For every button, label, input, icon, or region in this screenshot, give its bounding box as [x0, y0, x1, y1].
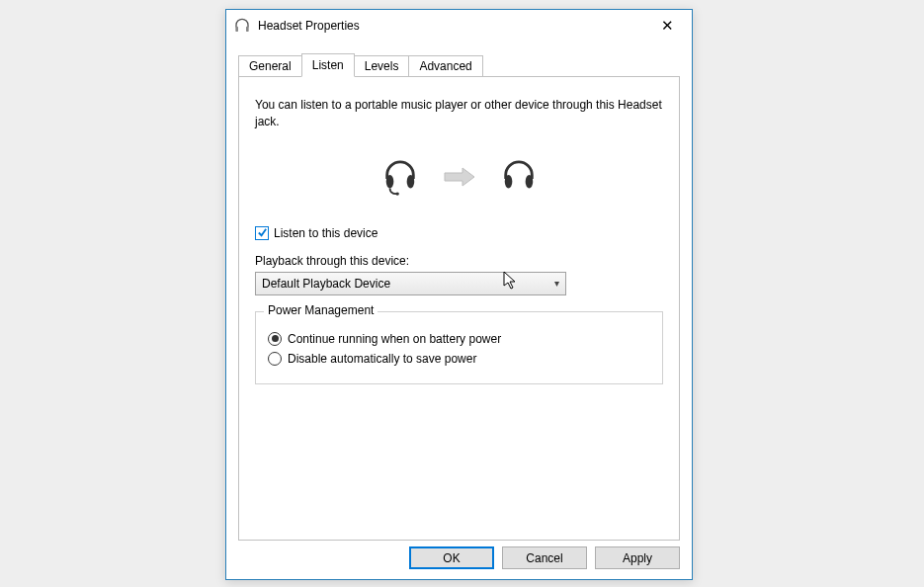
svg-point-6: [525, 175, 533, 188]
tabstrip: General Listen Levels Advanced: [226, 42, 692, 77]
listen-checkbox-row: Listen to this device: [255, 226, 663, 240]
tab-listen[interactable]: Listen: [301, 53, 355, 77]
device-illustration: [255, 158, 663, 199]
arrow-right-icon: [443, 167, 476, 190]
radio-disable-auto[interactable]: [268, 352, 282, 366]
chevron-down-icon: ▾: [554, 278, 559, 289]
tab-panel-listen: You can listen to a portable music playe…: [238, 76, 680, 541]
close-button[interactable]: ✕: [651, 15, 684, 37]
headphones-icon: [500, 158, 538, 199]
dialog-title: Headset Properties: [258, 19, 651, 33]
svg-point-3: [406, 175, 414, 188]
tab-advanced[interactable]: Advanced: [408, 55, 482, 77]
radio-continue-running[interactable]: [268, 332, 282, 346]
headset-icon: [234, 18, 250, 34]
ok-button[interactable]: OK: [409, 546, 494, 569]
dialog-button-bar: OK Cancel Apply: [409, 546, 680, 569]
svg-point-5: [504, 175, 512, 188]
headset-properties-dialog: Headset Properties ✕ General Listen Leve…: [225, 9, 693, 580]
titlebar: Headset Properties ✕: [226, 10, 692, 42]
tab-levels[interactable]: Levels: [354, 55, 410, 77]
radio-continue-label: Continue running when on battery power: [288, 332, 501, 346]
svg-rect-1: [246, 27, 249, 32]
radio-disable-label: Disable automatically to save power: [288, 352, 476, 366]
tab-general[interactable]: General: [238, 55, 302, 77]
svg-point-4: [395, 192, 398, 195]
check-icon: [257, 227, 268, 238]
playback-device-dropdown[interactable]: Default Playback Device ▾: [255, 272, 566, 295]
apply-button[interactable]: Apply: [595, 546, 680, 569]
svg-rect-0: [235, 27, 238, 32]
svg-point-2: [385, 175, 393, 188]
radio-continue-row: Continue running when on battery power: [268, 332, 650, 346]
power-management-group: Power Management Continue running when o…: [255, 311, 663, 384]
listen-checkbox-label: Listen to this device: [274, 226, 378, 240]
playback-through-label: Playback through this device:: [255, 254, 663, 268]
playback-device-value: Default Playback Device: [262, 277, 390, 291]
radio-disable-row: Disable automatically to save power: [268, 352, 650, 366]
listen-description: You can listen to a portable music playe…: [255, 97, 663, 130]
power-management-title: Power Management: [264, 303, 378, 317]
headset-with-mic-icon: [381, 158, 419, 199]
listen-checkbox[interactable]: [255, 226, 269, 240]
cancel-button[interactable]: Cancel: [502, 546, 587, 569]
